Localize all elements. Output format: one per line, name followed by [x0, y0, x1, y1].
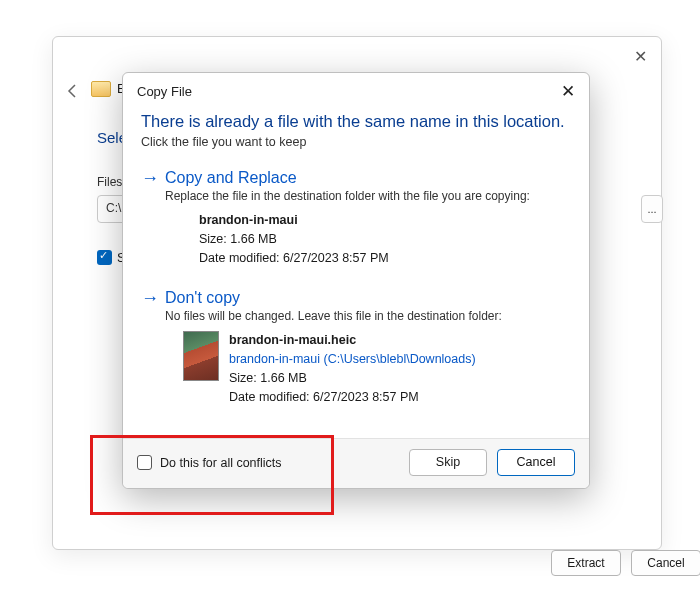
- copy-file-dialog: Copy File ✕ There is already a file with…: [122, 72, 590, 489]
- copy-replace-title: Copy and Replace: [165, 169, 297, 187]
- folder-icon: [91, 81, 111, 97]
- option-copy-replace[interactable]: → Copy and Replace Replace the file in t…: [141, 169, 571, 267]
- dialog-footer: Do this for all conflicts Skip Cancel: [123, 438, 589, 488]
- dialog-titlebar: Copy File ✕: [123, 73, 589, 112]
- arrow-right-icon: →: [141, 289, 159, 307]
- browse-button[interactable]: ...: [641, 195, 663, 223]
- dialog-close-icon[interactable]: ✕: [561, 83, 575, 100]
- dest-file-size: Size: 1.66 MB: [229, 369, 476, 388]
- do-all-conflicts-label: Do this for all conflicts: [160, 456, 282, 470]
- dest-file-link: brandon-in-maui (C:\Users\blebl\Download…: [229, 350, 476, 369]
- show-extracted-checkbox[interactable]: [97, 250, 112, 265]
- source-file-size: Size: 1.66 MB: [199, 230, 389, 249]
- dialog-subheading: Click the file you want to keep: [141, 135, 571, 149]
- close-icon[interactable]: ✕: [634, 47, 647, 66]
- copy-replace-desc: Replace the file in the destination fold…: [165, 189, 571, 203]
- skip-button[interactable]: Skip: [409, 449, 487, 476]
- dont-copy-desc: No files will be changed. Leave this fil…: [165, 309, 571, 323]
- dest-file-block: brandon-in-maui.heic brandon-in-maui (C:…: [183, 331, 571, 406]
- dest-file-modified: Date modified: 6/27/2023 8:57 PM: [229, 388, 476, 407]
- source-file-block: brandon-in-maui Size: 1.66 MB Date modif…: [199, 211, 571, 267]
- source-file-modified: Date modified: 6/27/2023 8:57 PM: [199, 249, 389, 268]
- extract-button[interactable]: Extract: [551, 550, 621, 576]
- back-icon[interactable]: [65, 83, 81, 102]
- source-file-name: brandon-in-maui: [199, 211, 389, 230]
- option-dont-copy[interactable]: → Don't copy No files will be changed. L…: [141, 289, 571, 406]
- cancel-button[interactable]: Cancel: [497, 449, 575, 476]
- dialog-title: Copy File: [137, 84, 192, 99]
- file-thumbnail: [183, 331, 219, 381]
- dialog-heading: There is already a file with the same na…: [141, 112, 571, 131]
- do-all-conflicts-checkbox[interactable]: [137, 455, 152, 470]
- arrow-right-icon: →: [141, 169, 159, 187]
- wizard-cancel-button[interactable]: Cancel: [631, 550, 700, 576]
- dont-copy-title: Don't copy: [165, 289, 240, 307]
- dest-file-name: brandon-in-maui.heic: [229, 331, 476, 350]
